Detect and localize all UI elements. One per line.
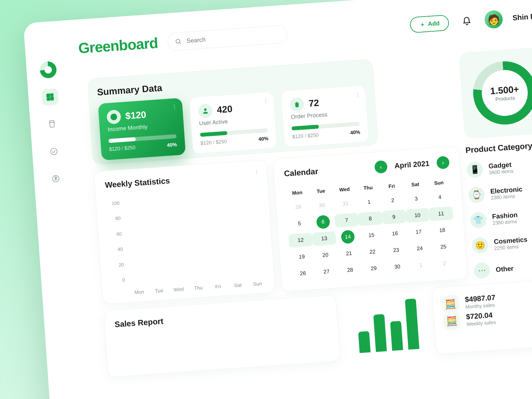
calendar-day[interactable]: 23 [384, 242, 409, 258]
calendar-day[interactable]: 29 [286, 199, 311, 215]
calendar-dow: Fri [379, 180, 404, 192]
calendar-day[interactable]: 30 [310, 198, 334, 213]
categories-title: Product Category [465, 136, 532, 155]
register-icon: 🧮 [443, 312, 461, 331]
chevron-left-icon: ‹ [380, 163, 382, 170]
calendar-day[interactable]: 14 [335, 229, 360, 245]
calendar-day[interactable]: 6 [311, 214, 335, 230]
card-value: 420 [216, 104, 233, 115]
calendar-day[interactable]: 31 [333, 196, 358, 211]
category-item[interactable]: 👕Fashion2380 items [470, 203, 532, 228]
calendar-day[interactable]: 29 [361, 261, 386, 276]
card-menu-button[interactable]: ⋮ [355, 91, 360, 98]
calendar-day[interactable]: 20 [313, 247, 338, 263]
calendar-next-button[interactable]: › [436, 156, 450, 170]
bar-b [200, 277, 205, 277]
y-tick: 80 [107, 215, 121, 222]
category-item[interactable]: 🙂Cosmetics2250 items [471, 228, 532, 254]
calendar-day[interactable]: 9 [382, 209, 406, 225]
progress-percent: 40% [258, 135, 269, 142]
progress-text: $120 / $250 [292, 132, 319, 139]
svg-point-4 [51, 148, 58, 155]
calendar-day[interactable]: 25 [431, 239, 456, 255]
card-menu-button[interactable]: ⋮ [172, 103, 177, 110]
calendar-day[interactable]: 2 [432, 256, 457, 271]
calendar-day[interactable]: 27 [314, 264, 339, 280]
calendar-day[interactable]: 15 [359, 227, 384, 243]
calendar-day[interactable]: 28 [338, 262, 362, 278]
bar-group [172, 278, 186, 279]
category-item[interactable]: ⋯Other [473, 253, 532, 279]
bar-a [211, 276, 216, 276]
summary-card-income-monthly[interactable]: ⋮$$120Income Monthly$120 / $25040% [98, 98, 186, 160]
calendar-day[interactable]: 22 [360, 244, 385, 260]
summary-card-user-active[interactable]: ⋮420User Active$120 / $25040% [189, 91, 277, 154]
calendar-day[interactable]: 12 [288, 232, 313, 248]
add-button[interactable]: ＋ Add [410, 15, 450, 33]
bar-b [220, 275, 225, 276]
summary-card-order-process[interactable]: ⋮72Order Process$120 / $25040% [281, 85, 369, 148]
bar-group [251, 273, 265, 274]
sidebar-item-tasks[interactable] [45, 143, 63, 160]
x-tick: Sun [250, 280, 265, 287]
calendar-day[interactable]: 18 [430, 222, 455, 238]
calendar-day[interactable]: 10 [405, 207, 430, 223]
calendar-card: Calendar ‹ April 2021 › MonTueWedThuFriS… [273, 146, 468, 292]
svg-point-9 [204, 108, 206, 111]
calendar-day[interactable]: 11 [429, 206, 453, 221]
products-total: 1.500+ [490, 84, 519, 96]
calendar-day[interactable]: 1 [357, 194, 381, 210]
calendar-day[interactable]: 19 [290, 249, 314, 265]
weekly-menu-button[interactable]: ⋮ [254, 169, 259, 175]
calendar-day[interactable]: 16 [383, 226, 407, 241]
calendar-dow: Sun [427, 177, 451, 189]
calendar-day[interactable]: 5 [287, 216, 312, 231]
calendar-prev-button[interactable]: ‹ [374, 160, 388, 174]
card-menu-button[interactable]: ⋮ [263, 97, 269, 104]
add-button-label: Add [428, 20, 440, 27]
sidebar [36, 61, 68, 188]
card-value: $120 [125, 109, 146, 121]
calendar-title: Calendar [284, 163, 367, 178]
bar-a [192, 277, 197, 278]
more-icon: ⋯ [473, 262, 490, 279]
bar-group [192, 277, 205, 278]
sidebar-item-dashboard[interactable] [41, 88, 59, 106]
calendar-day[interactable]: 8 [358, 211, 383, 226]
bar-b [140, 281, 146, 281]
y-tick: 60 [108, 231, 122, 237]
sidebar-item-orders[interactable] [43, 115, 61, 133]
calendar-day[interactable]: 30 [385, 259, 410, 275]
calendar-day[interactable]: 13 [312, 231, 336, 246]
search-input[interactable] [167, 25, 288, 51]
app-window: Greenboard ＋ Add 🧑 Shin Ryujin Summary D… [23, 0, 532, 399]
donut-chart: 1.500+ Products [471, 59, 532, 127]
sales-figures-card: ⋮ 🧮$4987.07Monthy sales🧮$720.04Weekly sa… [432, 280, 532, 354]
calendar-day[interactable]: 4 [428, 189, 452, 205]
bar-group [132, 281, 146, 282]
bar-a [231, 275, 236, 275]
bar-b [260, 273, 265, 273]
bar-group [231, 274, 245, 275]
chart-y-axis: 100806040200 [106, 200, 125, 283]
sidebar-item-finance[interactable] [47, 170, 65, 188]
avatar[interactable]: 🧑 [484, 10, 503, 29]
calendar-dow: Tue [309, 185, 333, 197]
calendar-day[interactable]: 21 [337, 246, 361, 261]
calendar-day[interactable]: 2 [380, 193, 405, 208]
sales-report-title: Sales Report [114, 305, 327, 329]
calendar-day[interactable]: 3 [404, 191, 429, 206]
calendar-day[interactable]: 1 [409, 257, 433, 273]
category-item[interactable]: ⌚Electronic2380 items [468, 178, 532, 203]
notifications-button[interactable] [458, 13, 475, 30]
calendar-grid: MonTueWedThuFriSatSun2930311234567891011… [285, 175, 457, 284]
progress-bar [200, 128, 268, 137]
plus-icon: ＋ [419, 20, 426, 29]
calendar-day[interactable]: 7 [334, 212, 359, 228]
calendar-day[interactable]: 26 [291, 266, 315, 281]
calendar-day[interactable]: 17 [406, 224, 431, 240]
category-item[interactable]: 📱Gadget3600 items [466, 153, 532, 178]
y-tick: 0 [111, 277, 125, 284]
calendar-day[interactable]: 24 [407, 241, 432, 256]
x-tick: Fri [211, 283, 225, 290]
